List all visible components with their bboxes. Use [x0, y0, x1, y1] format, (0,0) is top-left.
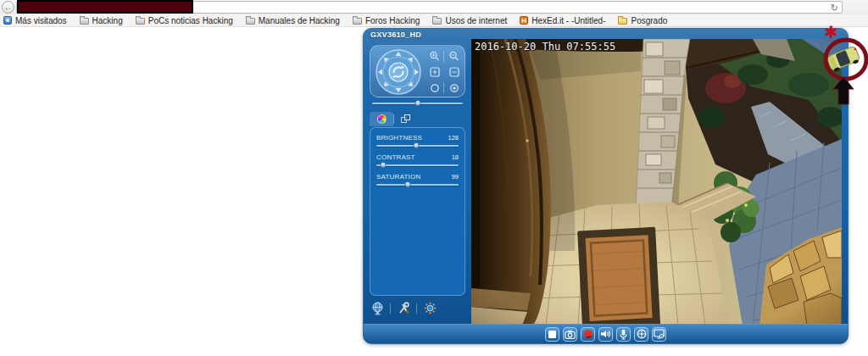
display-settings-button[interactable] [652, 327, 666, 342]
bookmark-mas-visitados[interactable]: Más visitados [3, 16, 67, 25]
contrast-label: CONTRAST [376, 153, 415, 161]
slider-thumb[interactable] [415, 100, 420, 106]
camera-app-window: GXV3610_HD [363, 28, 849, 344]
video-toolbar [364, 324, 848, 343]
record-button[interactable] [581, 327, 595, 342]
iris-close-button[interactable] [427, 81, 442, 95]
folder-icon [246, 18, 255, 25]
slider-thumb[interactable] [413, 142, 419, 148]
image-adjust-panel: BRIGHTNESS 128 CONTRAST 18 SATURATION [370, 127, 465, 296]
brightness-control: BRIGHTNESS 128 [376, 134, 459, 147]
default-settings-button[interactable] [422, 301, 437, 315]
ptz-control-panel [370, 45, 465, 97]
folder-icon [353, 18, 362, 25]
folder-yellow-icon [618, 18, 627, 25]
brightness-value: 128 [448, 134, 459, 142]
layers-icon [401, 114, 411, 125]
stop-button[interactable] [545, 327, 559, 342]
hexedit-icon [520, 16, 528, 25]
footer-divider [416, 303, 417, 314]
bookmark-label: Foros Hacking [365, 16, 420, 25]
bookmark-label: Hacking [92, 16, 123, 25]
bookmark-label: HexEd.it - -Untitled- [531, 16, 605, 25]
zoom-in-button[interactable] [427, 49, 442, 64]
window-title: GXV3610_HD [370, 31, 421, 39]
zoom-out-button[interactable] [447, 49, 461, 64]
video-frame-scene [471, 39, 842, 325]
video-timestamp-osd: 2016-10-20 Thu 07:55:55 [475, 41, 615, 53]
ptz-center-button [389, 63, 408, 81]
panel-footer [370, 301, 465, 315]
talk-microphone-button[interactable] [616, 327, 631, 342]
bookmark-foros[interactable]: Foros Hacking [353, 16, 420, 25]
screenshot-root: { "browser": { "toolbar": { "back_icon":… [0, 0, 868, 356]
saturation-value: 99 [452, 173, 459, 181]
bookmark-pocs-noticias[interactable]: PoCs noticias Hacking [136, 16, 233, 25]
bookmark-label: Manuales de Hacking [259, 16, 340, 25]
bookmark-label: Más visitados [15, 16, 67, 25]
most-visited-icon [3, 16, 12, 25]
brightness-slider[interactable] [376, 145, 459, 147]
reload-icon[interactable]: ↻ [831, 2, 838, 14]
focus-far-button[interactable] [447, 64, 461, 79]
bookmark-usos-internet[interactable]: Usos de internet [432, 16, 507, 25]
folder-icon [136, 18, 145, 25]
contrast-control: CONTRAST 18 [376, 153, 459, 166]
saturation-label: SATURATION [376, 173, 420, 181]
redacted-url-overlay [17, 0, 193, 14]
browser-toolbar: ← ↻ [0, 0, 868, 14]
contrast-value: 18 [452, 153, 459, 161]
ptz-speed-slider[interactable] [372, 103, 463, 109]
slider-thumb[interactable] [380, 162, 386, 168]
bookmark-label: Posgrado [631, 16, 667, 25]
back-button[interactable]: ← [2, 1, 14, 14]
footer-divider [390, 303, 391, 314]
slider-thumb[interactable] [404, 181, 410, 187]
ptz-dpad[interactable] [374, 47, 423, 97]
bookmark-posgrado[interactable]: Posgrado [618, 16, 667, 25]
tab-image-settings[interactable] [370, 112, 393, 126]
contrast-slider[interactable] [376, 164, 459, 166]
bookmark-label: Usos de internet [445, 16, 507, 25]
color-wheel-icon [377, 114, 387, 124]
language-button[interactable] [370, 301, 385, 315]
brightness-label: BRIGHTNESS [376, 134, 422, 142]
snapshot-button[interactable] [563, 327, 577, 342]
tools-button[interactable] [396, 301, 411, 315]
tab-stream-layout[interactable] [394, 112, 418, 126]
bookmark-manuales[interactable]: Manuales de Hacking [246, 16, 340, 25]
playback-button[interactable] [634, 327, 648, 342]
saturation-slider[interactable] [376, 184, 459, 186]
folder-icon [80, 18, 89, 25]
audio-button[interactable] [598, 327, 613, 342]
bookmark-hacking[interactable]: Hacking [80, 16, 123, 25]
iris-open-button[interactable] [447, 81, 461, 95]
live-video-view[interactable]: 2016-10-20 Thu 07:55:55 [471, 39, 842, 325]
folder-icon [432, 18, 442, 25]
saturation-control: SATURATION 99 [376, 173, 459, 186]
bookmark-hexedit[interactable]: HexEd.it - -Untitled- [520, 16, 605, 25]
bookmark-label: PoCs noticias Hacking [148, 16, 233, 25]
bookmarks-bar: Más visitados Hacking PoCs noticias Hack… [0, 14, 868, 27]
focus-near-button[interactable] [427, 64, 442, 79]
settings-tabs [370, 112, 418, 126]
